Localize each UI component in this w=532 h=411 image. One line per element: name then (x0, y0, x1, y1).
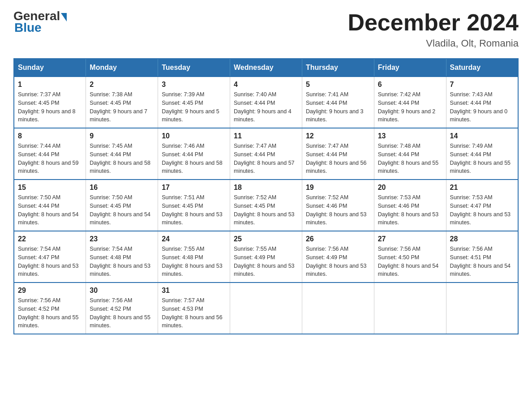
day-number: 12 (306, 132, 370, 140)
calendar-cell: 27Sunrise: 7:56 AMSunset: 4:50 PMDayligh… (374, 231, 446, 283)
calendar-cell: 16Sunrise: 7:50 AMSunset: 4:45 PMDayligh… (86, 180, 158, 231)
calendar-cell: 10Sunrise: 7:46 AMSunset: 4:44 PMDayligh… (158, 128, 230, 180)
calendar-cell: 5Sunrise: 7:41 AMSunset: 4:44 PMDaylight… (302, 77, 374, 128)
calendar-week-4: 22Sunrise: 7:54 AMSunset: 4:47 PMDayligh… (14, 231, 518, 283)
calendar-cell: 15Sunrise: 7:50 AMSunset: 4:44 PMDayligh… (14, 180, 86, 231)
calendar-cell (446, 283, 518, 334)
day-info: Sunrise: 7:52 AMSunset: 4:45 PMDaylight:… (234, 193, 298, 227)
day-info: Sunrise: 7:56 AMSunset: 4:50 PMDaylight:… (378, 245, 442, 278)
day-info: Sunrise: 7:47 AMSunset: 4:44 PMDaylight:… (234, 142, 298, 176)
calendar-cell: 31Sunrise: 7:57 AMSunset: 4:53 PMDayligh… (158, 283, 230, 334)
day-number: 3 (162, 81, 226, 89)
day-info: Sunrise: 7:53 AMSunset: 4:46 PMDaylight:… (378, 193, 442, 227)
calendar-cell: 3Sunrise: 7:39 AMSunset: 4:45 PMDaylight… (158, 77, 230, 128)
day-info: Sunrise: 7:52 AMSunset: 4:46 PMDaylight:… (306, 193, 370, 227)
calendar-cell: 9Sunrise: 7:45 AMSunset: 4:44 PMDaylight… (86, 128, 158, 180)
calendar-cell: 8Sunrise: 7:44 AMSunset: 4:44 PMDaylight… (14, 128, 86, 180)
calendar-cell (374, 283, 446, 334)
day-number: 4 (234, 81, 298, 89)
page-header: General Blue December 2024 Vladila, Olt,… (13, 9, 519, 49)
day-number: 21 (450, 184, 514, 192)
calendar-header: SundayMondayTuesdayWednesdayThursdayFrid… (14, 59, 518, 77)
day-number: 20 (378, 184, 442, 192)
calendar-cell: 24Sunrise: 7:55 AMSunset: 4:48 PMDayligh… (158, 231, 230, 283)
calendar-week-2: 8Sunrise: 7:44 AMSunset: 4:44 PMDaylight… (14, 128, 518, 180)
logo-triangle-icon (61, 13, 67, 21)
day-info: Sunrise: 7:56 AMSunset: 4:49 PMDaylight:… (306, 245, 370, 278)
day-info: Sunrise: 7:54 AMSunset: 4:47 PMDaylight:… (18, 245, 82, 278)
day-info: Sunrise: 7:56 AMSunset: 4:52 PMDaylight:… (18, 296, 82, 330)
day-number: 27 (378, 235, 442, 243)
day-number: 10 (162, 132, 226, 140)
calendar-cell: 11Sunrise: 7:47 AMSunset: 4:44 PMDayligh… (230, 128, 302, 180)
day-number: 25 (234, 235, 298, 243)
day-number: 19 (306, 184, 370, 192)
calendar-week-3: 15Sunrise: 7:50 AMSunset: 4:44 PMDayligh… (14, 180, 518, 231)
day-info: Sunrise: 7:50 AMSunset: 4:44 PMDaylight:… (18, 193, 82, 227)
calendar-cell (230, 283, 302, 334)
day-info: Sunrise: 7:54 AMSunset: 4:48 PMDaylight:… (90, 245, 154, 278)
day-number: 7 (450, 81, 514, 89)
day-number: 11 (234, 132, 298, 140)
day-number: 2 (90, 81, 154, 89)
calendar-week-1: 1Sunrise: 7:37 AMSunset: 4:45 PMDaylight… (14, 77, 518, 128)
day-info: Sunrise: 7:42 AMSunset: 4:44 PMDaylight:… (378, 90, 442, 124)
calendar-cell: 4Sunrise: 7:40 AMSunset: 4:44 PMDaylight… (230, 77, 302, 128)
day-info: Sunrise: 7:46 AMSunset: 4:44 PMDaylight:… (162, 142, 226, 176)
calendar-cell (302, 283, 374, 334)
day-number: 13 (378, 132, 442, 140)
calendar-cell: 2Sunrise: 7:38 AMSunset: 4:45 PMDaylight… (86, 77, 158, 128)
day-number: 14 (450, 132, 514, 140)
day-number: 8 (18, 132, 82, 140)
title-block: December 2024 Vladila, Olt, Romania (348, 9, 519, 49)
calendar-week-5: 29Sunrise: 7:56 AMSunset: 4:52 PMDayligh… (14, 283, 518, 334)
day-number: 26 (306, 235, 370, 243)
day-header-saturday: Saturday (446, 59, 518, 77)
day-number: 1 (18, 81, 82, 89)
day-info: Sunrise: 7:40 AMSunset: 4:44 PMDaylight:… (234, 90, 298, 124)
day-info: Sunrise: 7:56 AMSunset: 4:51 PMDaylight:… (450, 245, 514, 278)
day-header-friday: Friday (374, 59, 446, 77)
day-info: Sunrise: 7:49 AMSunset: 4:44 PMDaylight:… (450, 142, 514, 176)
day-info: Sunrise: 7:50 AMSunset: 4:45 PMDaylight:… (90, 193, 154, 227)
day-header-row: SundayMondayTuesdayWednesdayThursdayFrid… (14, 59, 518, 77)
day-info: Sunrise: 7:55 AMSunset: 4:48 PMDaylight:… (162, 245, 226, 278)
day-header-tuesday: Tuesday (158, 59, 230, 77)
day-info: Sunrise: 7:44 AMSunset: 4:44 PMDaylight:… (18, 142, 82, 176)
day-info: Sunrise: 7:55 AMSunset: 4:49 PMDaylight:… (234, 245, 298, 278)
day-header-sunday: Sunday (14, 59, 86, 77)
day-info: Sunrise: 7:51 AMSunset: 4:45 PMDaylight:… (162, 193, 226, 227)
calendar-subtitle: Vladila, Olt, Romania (348, 38, 519, 49)
day-number: 6 (378, 81, 442, 89)
day-info: Sunrise: 7:41 AMSunset: 4:44 PMDaylight:… (306, 90, 370, 124)
calendar-cell: 25Sunrise: 7:55 AMSunset: 4:49 PMDayligh… (230, 231, 302, 283)
calendar-cell: 12Sunrise: 7:47 AMSunset: 4:44 PMDayligh… (302, 128, 374, 180)
calendar-cell: 18Sunrise: 7:52 AMSunset: 4:45 PMDayligh… (230, 180, 302, 231)
day-info: Sunrise: 7:43 AMSunset: 4:44 PMDaylight:… (450, 90, 514, 124)
day-info: Sunrise: 7:45 AMSunset: 4:44 PMDaylight:… (90, 142, 154, 176)
day-info: Sunrise: 7:53 AMSunset: 4:47 PMDaylight:… (450, 193, 514, 227)
calendar-cell: 6Sunrise: 7:42 AMSunset: 4:44 PMDaylight… (374, 77, 446, 128)
day-number: 18 (234, 184, 298, 192)
day-header-thursday: Thursday (302, 59, 374, 77)
calendar-title: December 2024 (348, 9, 519, 36)
calendar-cell: 22Sunrise: 7:54 AMSunset: 4:47 PMDayligh… (14, 231, 86, 283)
day-header-wednesday: Wednesday (230, 59, 302, 77)
day-info: Sunrise: 7:56 AMSunset: 4:52 PMDaylight:… (90, 296, 154, 330)
logo-blue-text: Blue (14, 21, 42, 35)
day-number: 30 (90, 287, 154, 295)
calendar-cell: 21Sunrise: 7:53 AMSunset: 4:47 PMDayligh… (446, 180, 518, 231)
calendar-cell: 19Sunrise: 7:52 AMSunset: 4:46 PMDayligh… (302, 180, 374, 231)
day-number: 31 (162, 287, 226, 295)
day-number: 24 (162, 235, 226, 243)
calendar-cell: 23Sunrise: 7:54 AMSunset: 4:48 PMDayligh… (86, 231, 158, 283)
logo: General Blue (13, 9, 67, 35)
day-number: 9 (90, 132, 154, 140)
day-number: 22 (18, 235, 82, 243)
day-info: Sunrise: 7:39 AMSunset: 4:45 PMDaylight:… (162, 90, 226, 124)
calendar-cell: 14Sunrise: 7:49 AMSunset: 4:44 PMDayligh… (446, 128, 518, 180)
day-number: 28 (450, 235, 514, 243)
day-info: Sunrise: 7:48 AMSunset: 4:44 PMDaylight:… (378, 142, 442, 176)
calendar-cell: 1Sunrise: 7:37 AMSunset: 4:45 PMDaylight… (14, 77, 86, 128)
calendar-cell: 29Sunrise: 7:56 AMSunset: 4:52 PMDayligh… (14, 283, 86, 334)
